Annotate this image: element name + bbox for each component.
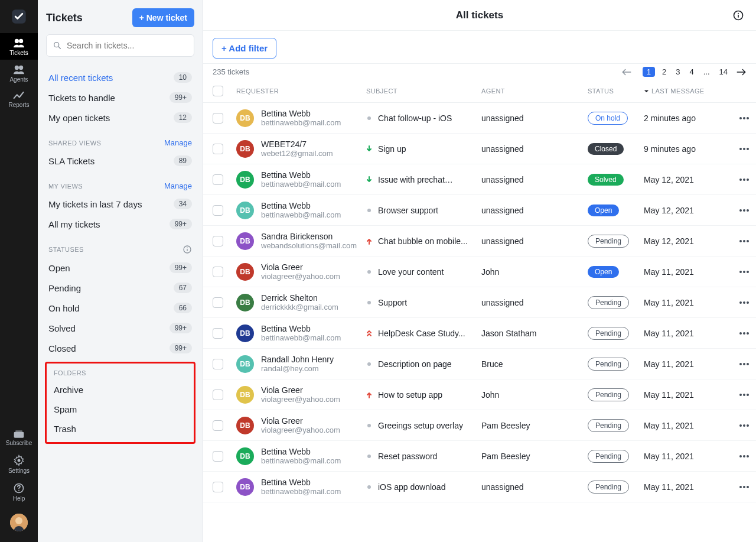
row-checkbox[interactable]: [213, 451, 223, 462]
paginator: 1234...14: [621, 67, 747, 76]
row-more-icon[interactable]: [732, 332, 756, 335]
table-row[interactable]: DB Bettina Webb bettinawebb@mail.com Bro…: [203, 195, 756, 226]
col-last-message[interactable]: LAST MESSAGE: [644, 87, 732, 95]
row-more-icon[interactable]: [732, 362, 756, 366]
table-row[interactable]: DB Viola Greer violagreer@yahoo.com Gree…: [203, 410, 756, 441]
sidebar-item[interactable]: All my tickets99+: [44, 214, 197, 234]
svg-point-29: [367, 209, 371, 212]
info-icon[interactable]: [183, 245, 192, 254]
row-checkbox[interactable]: [213, 328, 223, 339]
svg-point-40: [367, 301, 371, 304]
row-more-icon[interactable]: [732, 485, 756, 489]
row-more-icon[interactable]: [732, 147, 756, 151]
table-row[interactable]: DB Bettina Webb bettinawebb@mail.com iOS…: [203, 472, 756, 502]
col-status[interactable]: STATUS: [588, 87, 644, 95]
svg-point-22: [747, 117, 749, 119]
sidebar-item[interactable]: All recent tickets10: [44, 67, 197, 87]
page-number[interactable]: 1: [643, 67, 655, 77]
prev-page-icon[interactable]: [621, 69, 632, 76]
row-more-icon[interactable]: [732, 424, 756, 427]
row-checkbox[interactable]: [213, 205, 223, 216]
row-more-icon[interactable]: [732, 239, 756, 243]
page-number[interactable]: 2: [660, 66, 669, 77]
sidebar-item[interactable]: My open tickets12: [44, 108, 197, 128]
col-subject[interactable]: SUBJECT: [366, 87, 481, 95]
row-checkbox[interactable]: [213, 482, 223, 492]
row-more-icon[interactable]: [732, 393, 756, 397]
table-row[interactable]: DB Randall John Henry randal@hey.com Des…: [203, 349, 756, 379]
table-row[interactable]: DB Bettina Webb bettinawebb@mail.com Cha…: [203, 103, 756, 134]
table-row[interactable]: DB Bettina Webb bettinawebb@mail.com Res…: [203, 441, 756, 472]
rail-item-subscribe[interactable]: Subscribe: [0, 424, 38, 450]
sidebar-item[interactable]: Spam: [49, 400, 191, 419]
row-checkbox[interactable]: [213, 267, 223, 277]
col-agent[interactable]: AGENT: [481, 87, 588, 95]
row-checkbox[interactable]: [213, 174, 223, 185]
search-input[interactable]: [62, 41, 188, 50]
agent-name: unassigned: [481, 206, 588, 215]
rail-item-reports[interactable]: Reports: [0, 86, 38, 112]
sidebar-item[interactable]: Archive: [49, 380, 191, 400]
sidebar-item[interactable]: Open99+: [44, 258, 197, 278]
row-checkbox[interactable]: [213, 359, 223, 369]
priority-icon: [366, 270, 372, 274]
page-number[interactable]: 4: [687, 66, 696, 77]
manage-myviews-link[interactable]: Manage: [164, 181, 192, 190]
rail-item-tickets[interactable]: Tickets: [0, 33, 38, 60]
sidebar-item[interactable]: My tickets in last 7 days34: [44, 194, 197, 214]
rail-item-agents[interactable]: Agents: [0, 60, 38, 86]
svg-point-46: [747, 332, 749, 335]
sidebar-item-label: Spam: [54, 404, 77, 414]
requester-avatar: DB: [236, 417, 254, 434]
sidebar-item[interactable]: Trash: [49, 419, 191, 439]
requester-email: bettinawebb@mail.com: [261, 333, 341, 342]
table-row[interactable]: DB Viola Greer violagreer@yahoo.com Love…: [203, 257, 756, 287]
row-checkbox[interactable]: [213, 390, 223, 400]
info-icon[interactable]: [732, 9, 744, 21]
sidebar-item[interactable]: Closed99+: [44, 338, 197, 358]
sidebar-item[interactable]: Pending67: [44, 278, 197, 298]
col-requester[interactable]: REQUESTER: [236, 87, 366, 95]
table-row[interactable]: DB Viola Greer violagreer@yahoo.com How …: [203, 379, 756, 410]
page-number[interactable]: 14: [717, 66, 730, 77]
row-checkbox[interactable]: [213, 113, 223, 124]
row-more-icon[interactable]: [732, 455, 756, 458]
select-all-checkbox[interactable]: [213, 86, 223, 96]
svg-point-64: [743, 486, 745, 488]
row-checkbox[interactable]: [213, 144, 223, 154]
add-filter-button[interactable]: + Add filter: [213, 38, 276, 59]
row-checkbox[interactable]: [213, 236, 223, 246]
sidebar-item-label: Trash: [54, 424, 76, 434]
agent-name: unassigned: [481, 298, 588, 307]
rail-item-settings[interactable]: Settings: [0, 450, 38, 478]
page-number[interactable]: 3: [673, 66, 682, 77]
row-checkbox[interactable]: [213, 420, 223, 431]
table-row[interactable]: DB Sandra Birickenson webandsolutions@ma…: [203, 226, 756, 257]
table-row[interactable]: DB Derrick Shelton derrickkkk@gmail.com …: [203, 287, 756, 318]
table-row[interactable]: DB Bettina Webb bettinawebb@mail.com Hel…: [203, 318, 756, 349]
svg-point-24: [743, 148, 745, 150]
sidebar-item[interactable]: Tickets to handle99+: [44, 87, 197, 108]
rail-item-help[interactable]: Help: [0, 478, 38, 505]
row-more-icon[interactable]: [732, 270, 756, 274]
user-avatar[interactable]: [10, 514, 28, 531]
row-checkbox[interactable]: [213, 297, 223, 308]
new-ticket-button[interactable]: + New ticket: [132, 8, 194, 27]
row-more-icon[interactable]: [732, 116, 756, 120]
manage-shared-link[interactable]: Manage: [164, 138, 192, 147]
search-input-wrap[interactable]: [46, 34, 194, 57]
ticket-subject: Support: [378, 298, 407, 307]
sidebar-item[interactable]: Solved99+: [44, 318, 197, 338]
sidebar-item[interactable]: On hold66: [44, 298, 197, 318]
sidebar-item[interactable]: SLA Tickets89: [44, 151, 197, 171]
svg-point-39: [747, 271, 749, 273]
row-more-icon[interactable]: [732, 178, 756, 181]
table-row[interactable]: DB WEBET24/7 webet12@gmail.com Sign up u…: [203, 134, 756, 164]
requester-name: Sandra Birickenson: [261, 232, 357, 241]
requester-email: webet12@gmail.com: [261, 149, 333, 158]
last-message-time: May 12, 2021: [644, 175, 732, 184]
table-row[interactable]: DB Bettina Webb bettinawebb@mail.com Iss…: [203, 164, 756, 195]
next-page-icon[interactable]: [736, 69, 747, 76]
row-more-icon[interactable]: [732, 301, 756, 304]
row-more-icon[interactable]: [732, 209, 756, 212]
